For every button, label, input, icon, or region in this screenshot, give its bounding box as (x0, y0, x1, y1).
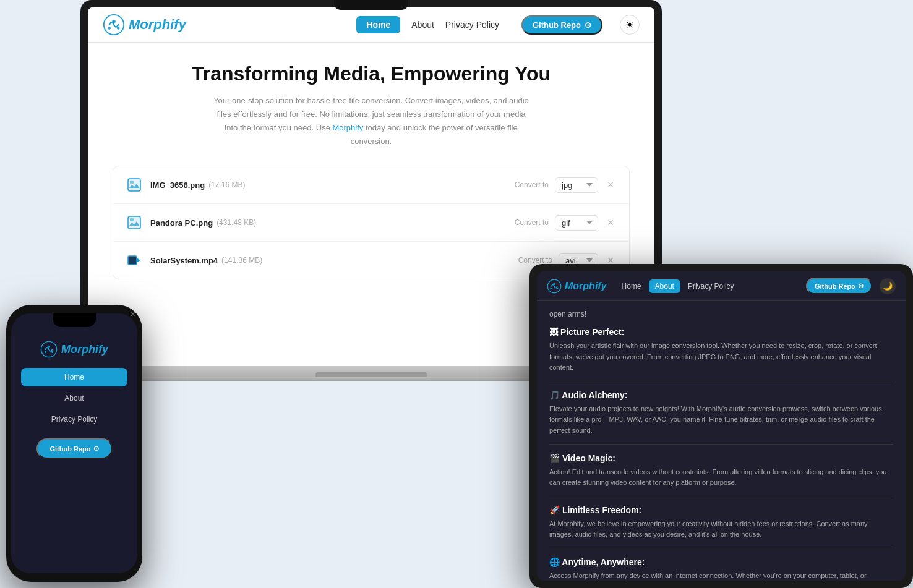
file-row: IMG_3656.png (17.16 MB) Convert to jpgpn… (113, 166, 629, 204)
feature-title-3: 🎬 Video Magic: (549, 453, 893, 463)
tablet-logo-text: Morphify (565, 281, 607, 292)
laptop-nav-links: Home About Privacy Policy Github Repo ⊙ … (356, 15, 640, 35)
laptop-navbar: Morphify Home About Privacy Policy Githu… (88, 7, 654, 43)
phone-nav-about[interactable]: About (21, 389, 127, 407)
image-file-icon (126, 176, 143, 194)
phone-logo-text: Morphify (61, 343, 108, 356)
github-icon-tablet: ⊙ (858, 282, 864, 290)
format-select-2[interactable]: gifjpgpngwebp (555, 215, 598, 231)
convert-to-label-1: Convert to (515, 181, 549, 189)
tablet-nav-about[interactable]: About (649, 279, 680, 293)
laptop-main-content: Transforming Media, Empowering You Your … (88, 43, 654, 292)
tablet-theme-toggle[interactable]: 🌙 (880, 278, 896, 294)
phone-close: ✕ (130, 310, 136, 318)
phone-nav-home[interactable]: Home (21, 368, 127, 386)
phone-device: ✕ Morphify Home About Privacy Policy (6, 305, 142, 582)
file-row-1-right: Convert to jpgpnggifwebp × (515, 177, 617, 193)
svg-point-1 (112, 20, 115, 23)
remove-file-2[interactable]: × (604, 216, 617, 229)
tablet-nav-home[interactable]: Home (622, 282, 641, 291)
file-name-2: Pandora PC.png (150, 218, 213, 228)
file-name-1: IMG_3656.png (150, 181, 205, 190)
tablet-top-text: open arms! (549, 310, 893, 318)
feature-desc-4: At Morphify, we believe in empowering yo… (549, 519, 893, 540)
svg-rect-8 (128, 256, 137, 265)
file-row: Pandora PC.png (431.48 KB) Convert to gi… (113, 204, 629, 242)
tablet-logo: Morphify (547, 279, 607, 294)
feature-video-magic: 🎬 Video Magic: Action! Edit and transcod… (549, 453, 893, 488)
moon-icon: 🌙 (883, 281, 893, 291)
feature-title-1: 🖼 Picture Perfect: (549, 327, 893, 337)
feature-desc-5: Access Morphify from any device with an … (549, 571, 893, 579)
morphify-logo-icon (103, 14, 125, 36)
laptop-notch (334, 0, 408, 10)
tablet-content: open arms! 🖼 Picture Perfect: Unleash yo… (537, 301, 906, 579)
laptop-nav-privacy[interactable]: Privacy Policy (445, 20, 499, 30)
feature-audio-alchemy: 🎵 Audio Alchemy: Elevate your audio proj… (549, 390, 893, 437)
file-size-2: (431.48 KB) (216, 218, 256, 227)
svg-rect-5 (130, 181, 134, 184)
file-size-1: (17.16 MB) (208, 181, 245, 189)
svg-point-17 (556, 288, 558, 289)
svg-point-12 (45, 351, 47, 353)
svg-point-2 (108, 27, 111, 30)
svg-marker-9 (137, 258, 140, 263)
tablet-nav-privacy[interactable]: Privacy Policy (688, 282, 734, 291)
svg-rect-7 (130, 218, 134, 221)
laptop-hero-desc: Your one-stop solution for hassle-free f… (210, 94, 532, 148)
feature-divider (549, 548, 893, 548)
convert-to-label-2: Convert to (515, 218, 549, 227)
sun-icon: ☀ (625, 19, 634, 31)
file-size-3: (141.36 MB) (221, 256, 262, 265)
file-row-2-right: Convert to gifjpgpngwebp × (515, 215, 617, 231)
github-icon-phone: ⊙ (93, 445, 99, 453)
phone-screen: Morphify Home About Privacy Policy Githu… (11, 313, 137, 573)
svg-rect-6 (128, 216, 140, 229)
svg-rect-4 (128, 179, 140, 191)
laptop-nav-home[interactable]: Home (356, 16, 400, 33)
svg-point-16 (551, 288, 552, 289)
remove-file-1[interactable]: × (604, 179, 617, 191)
tablet-device: Morphify Home About Privacy Policy Githu… (529, 264, 913, 588)
feature-limitless: 🚀 Limitless Freedom: At Morphify, we bel… (549, 505, 893, 540)
file-list: IMG_3656.png (17.16 MB) Convert to jpgpn… (113, 166, 630, 279)
feature-desc-2: Elevate your audio projects to new heigh… (549, 404, 893, 437)
feature-divider (549, 444, 893, 445)
feature-title-4: 🚀 Limitless Freedom: (549, 505, 893, 515)
svg-point-11 (48, 346, 50, 348)
tablet-github-button[interactable]: Github Repo ⊙ (806, 278, 872, 294)
phone-github-button[interactable]: Github Repo ⊙ (36, 438, 113, 459)
feature-title-2: 🎵 Audio Alchemy: (549, 390, 893, 400)
tablet-navbar: Morphify Home About Privacy Policy Githu… (537, 271, 906, 301)
feature-divider (549, 496, 893, 496)
phone-nav-privacy[interactable]: Privacy Policy (21, 410, 127, 428)
github-icon: ⊙ (585, 20, 591, 30)
morphify-link[interactable]: Morphify (332, 123, 363, 132)
feature-divider (549, 381, 893, 381)
laptop-logo-text: Morphify (129, 17, 186, 33)
svg-point-15 (553, 283, 555, 285)
laptop-hero-title: Transforming Media, Empowering You (103, 62, 640, 85)
laptop-github-button[interactable]: Github Repo ⊙ (521, 15, 602, 35)
feature-desc-3: Action! Edit and transcode videos withou… (549, 467, 893, 488)
phone-notch (53, 313, 96, 327)
svg-point-3 (117, 27, 120, 30)
format-select-1[interactable]: jpgpnggifwebp (555, 177, 598, 193)
phone-nav: Morphify Home About Privacy Policy Githu… (11, 331, 137, 469)
feature-picture-perfect: 🖼 Picture Perfect: Unleash your artistic… (549, 327, 893, 373)
svg-point-13 (51, 351, 54, 353)
phone-logo: Morphify (40, 341, 108, 358)
image-file-icon (126, 214, 143, 231)
laptop-nav-about[interactable]: About (411, 20, 434, 30)
laptop-logo: Morphify (103, 14, 186, 36)
feature-title-5: 🌐 Anytime, Anywhere: (549, 557, 893, 567)
feature-desc-1: Unleash your artistic flair with our ima… (549, 341, 893, 373)
tablet-screen: Morphify Home About Privacy Policy Githu… (537, 271, 906, 581)
feature-anytime: 🌐 Anytime, Anywhere: Access Morphify fro… (549, 557, 893, 579)
file-name-3: SolarSystem.mp4 (150, 256, 218, 265)
video-file-icon (126, 252, 143, 269)
laptop-theme-toggle[interactable]: ☀ (620, 15, 640, 35)
